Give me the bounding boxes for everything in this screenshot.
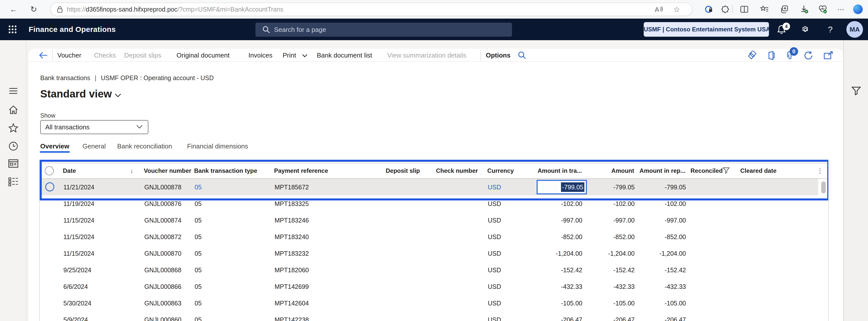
- cell-payment-reference: MPT182060: [275, 262, 309, 278]
- browser-essentials-icon[interactable]: [718, 0, 732, 19]
- tab-financial-dimensions[interactable]: Financial dimensions: [187, 141, 248, 151]
- cell-currency[interactable]: USD: [488, 179, 501, 195]
- office-icon[interactable]: [767, 49, 775, 61]
- cell-amount: -799.05: [613, 179, 634, 195]
- cell-amount: -152.42: [613, 262, 634, 278]
- action-original-document[interactable]: Original document: [177, 49, 229, 61]
- action-voucher[interactable]: Voucher: [57, 49, 81, 61]
- cell-bank-transaction-type[interactable]: 05: [195, 179, 202, 195]
- downloads-icon[interactable]: [797, 0, 811, 19]
- select-all-radio[interactable]: [45, 166, 54, 175]
- cell-payment-reference: MPT185672: [275, 179, 309, 195]
- col-currency[interactable]: Currency: [487, 163, 514, 178]
- col-payment-reference[interactable]: Payment reference: [274, 163, 328, 178]
- address-bar[interactable]: https://d365finops-sand.hifxpreprod.poc/…: [50, 2, 692, 16]
- favorites-star-icon[interactable]: [0, 123, 27, 133]
- cell-currency: USD: [488, 295, 501, 312]
- password-monitor-icon[interactable]: [702, 0, 716, 19]
- nav-rail: [0, 40, 27, 321]
- grid-row[interactable]: 11/19/2024GNJL00087605MPT183325USD-102.0…: [40, 195, 829, 212]
- action-print[interactable]: Print: [283, 49, 308, 61]
- split-screen-icon[interactable]: [737, 0, 751, 19]
- sort-descending-icon[interactable]: ↓: [130, 163, 133, 178]
- waffle-menu-icon[interactable]: [7, 19, 18, 40]
- col-date[interactable]: Date: [63, 163, 76, 178]
- action-divider: [52, 50, 53, 61]
- grid-row[interactable]: 11/21/2024GNJL00087805MPT185672USD-799.0…: [40, 179, 829, 195]
- attachments-icon[interactable]: 0: [785, 49, 794, 61]
- workspaces-icon[interactable]: [0, 159, 27, 168]
- cell-amount: -432.33: [613, 278, 634, 295]
- page-search-box[interactable]: Search for a page: [255, 23, 512, 37]
- cell-voucher-number: GNJL000868: [144, 262, 181, 278]
- cell-date: 11/15/2024: [63, 228, 94, 245]
- action-search-icon[interactable]: [518, 49, 526, 61]
- amount-edit-input[interactable]: -799.05: [536, 180, 587, 194]
- grid-row[interactable]: 5/30/2024GNJL00086305MPT142604USD-105.00…: [40, 295, 829, 312]
- browser-health-icon[interactable]: [816, 0, 830, 19]
- refresh-icon[interactable]: [804, 49, 813, 61]
- copilot-icon[interactable]: [851, 0, 865, 19]
- col-voucher-number[interactable]: Voucher number: [144, 163, 191, 178]
- cell-amount-in-reporting: -206.47: [664, 312, 686, 321]
- grid-row[interactable]: 6/6/2024GNJL00086605MPT142699USD-432.33-…: [40, 278, 829, 295]
- collections-icon[interactable]: [757, 0, 771, 19]
- expand-menu-icon[interactable]: [0, 87, 27, 95]
- cell-bank-transaction-type: 05: [195, 295, 202, 312]
- col-cleared-date[interactable]: Cleared date: [740, 163, 776, 178]
- breadcrumb-page[interactable]: Bank transactions: [40, 74, 90, 81]
- col-deposit-slip[interactable]: Deposit slip: [386, 163, 420, 178]
- action-options[interactable]: Options: [486, 49, 510, 61]
- cell-amount-in-reporting: -105.00: [664, 295, 686, 312]
- open-in-new-window-icon[interactable]: [824, 49, 833, 61]
- read-aloud-icon[interactable]: A: [654, 3, 663, 15]
- tab-general[interactable]: General: [83, 141, 106, 151]
- grid-row[interactable]: 11/15/2024GNJL00087205MPT183240USD-852.0…: [40, 228, 829, 245]
- cell-amount-in-reporting: -852.00: [664, 228, 686, 245]
- cell-currency: USD: [488, 278, 501, 295]
- favorite-star-icon[interactable]: ☆: [673, 3, 680, 15]
- col-amount-in-reporting[interactable]: Amount in rep...: [640, 163, 685, 178]
- action-invoices[interactable]: Invoices: [248, 49, 272, 61]
- cell-payment-reference: MPT183232: [275, 245, 309, 262]
- power-apps-icon[interactable]: [748, 49, 757, 61]
- browser-back-icon[interactable]: ←: [6, 0, 21, 19]
- grid-row[interactable]: 9/25/2024GNJL00086805MPT182060USD-152.42…: [40, 262, 829, 278]
- grid-scrollbar-thumb[interactable]: [821, 181, 826, 193]
- filter-funnel-icon[interactable]: [851, 86, 861, 96]
- col-check-number[interactable]: Check number: [436, 163, 478, 178]
- grid-more-icon[interactable]: ⋮: [817, 163, 823, 178]
- cell-voucher-number: GNJL000863: [144, 295, 181, 312]
- view-chevron-icon[interactable]: [115, 94, 121, 98]
- url-text: https://d365finops-sand.hifxpreprod.poc/…: [67, 3, 283, 15]
- page-back-button[interactable]: [39, 49, 48, 61]
- grid-row[interactable]: 5/9/2024GNJL00086005MPT142238USD-206.47-…: [40, 312, 829, 321]
- action-bank-document-list[interactable]: Bank document list: [317, 49, 372, 61]
- col-amount-in-transaction[interactable]: Amount in tra...: [537, 163, 582, 178]
- settings-gear-icon[interactable]: [799, 19, 812, 40]
- col-amount[interactable]: Amount: [611, 163, 634, 178]
- col-bank-transaction-type[interactable]: Bank transaction type: [194, 163, 257, 178]
- company-selector-button[interactable]: USMF | Contoso Entertainment System USA: [644, 22, 769, 37]
- browser-refresh-icon[interactable]: ↻: [27, 0, 41, 19]
- grid-row[interactable]: 11/15/2024GNJL00087405MPT183246USD-997.0…: [40, 212, 829, 228]
- modules-icon[interactable]: [0, 177, 27, 186]
- help-icon[interactable]: ?: [824, 19, 837, 40]
- svg-text:A: A: [655, 6, 659, 13]
- col-reconciled[interactable]: Reconciled: [690, 163, 723, 178]
- add-tab-group-icon[interactable]: [777, 0, 792, 19]
- avatar[interactable]: MA: [846, 21, 863, 38]
- browser-toolbar: ← ↻ https://d365finops-sand.hifxpreprod.…: [0, 0, 868, 19]
- grid-row[interactable]: 11/15/2024GNJL00087005MPT183232USD-1,204…: [40, 245, 829, 262]
- browser-menu-icon[interactable]: ⋯: [834, 0, 848, 19]
- recent-clock-icon[interactable]: [0, 141, 27, 151]
- tab-bank-reconciliation[interactable]: Bank reconciliation: [117, 141, 172, 151]
- transactions-grid: Date ↓ Voucher number Bank transaction t…: [39, 160, 829, 321]
- cell-date: 11/21/2024: [63, 179, 94, 195]
- tab-overview[interactable]: Overview: [40, 141, 69, 151]
- show-transactions-select[interactable]: All transactions: [40, 120, 148, 134]
- row-select-radio[interactable]: [45, 182, 54, 191]
- home-icon[interactable]: [0, 105, 27, 114]
- cell-amount-in-reporting: -152.42: [664, 262, 686, 278]
- column-filter-funnel-icon[interactable]: [723, 167, 730, 174]
